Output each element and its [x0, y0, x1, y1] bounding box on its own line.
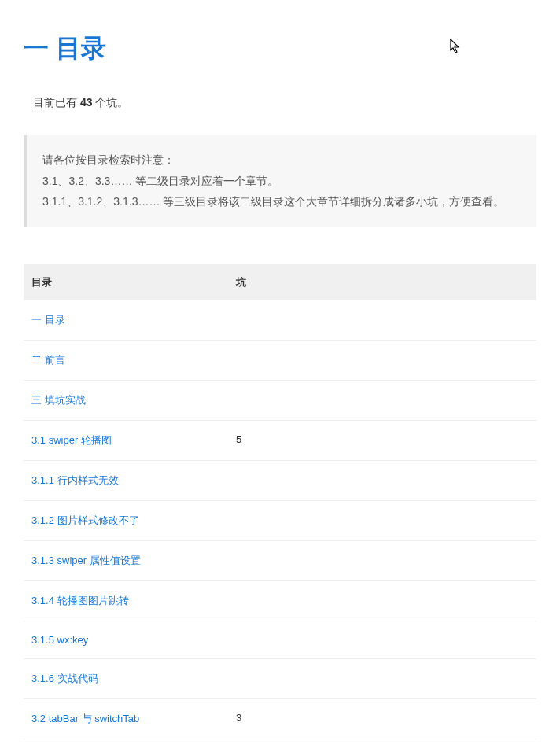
table-header-toc: 目录 [24, 264, 228, 300]
toc-link[interactable]: 3.2 tabBar 与 switchTab [31, 713, 139, 724]
toc-link[interactable]: 3.1.4 轮播图图片跳转 [31, 595, 129, 606]
table-header-count: 坑 [228, 264, 536, 300]
toc-link[interactable]: 3.1 swiper 轮播图 [31, 434, 112, 446]
toc-cell: 3.2 tabBar 与 switchTab [24, 698, 228, 739]
toc-cell: 3.1.1 行内样式无效 [24, 460, 228, 500]
table-row: 3.1.3 swiper 属性值设置 [24, 540, 536, 580]
count-cell [228, 658, 536, 698]
intro-count: 43 [80, 96, 93, 109]
count-cell [228, 380, 536, 420]
intro-prefix: 目前已有 [33, 96, 80, 109]
toc-cell: 3.1 swiper 轮播图 [24, 420, 228, 460]
notice-line-2: 3.1、3.2、3.3…… 等二级目录对应着一个章节。 [42, 171, 521, 192]
notice-box: 请各位按目录检索时注意： 3.1、3.2、3.3…… 等二级目录对应着一个章节。… [24, 135, 536, 227]
count-cell [228, 460, 536, 500]
table-row: 3.1 swiper 轮播图5 [24, 420, 536, 460]
table-row: 3.1.6 实战代码 [24, 658, 536, 698]
count-cell: 3 [228, 698, 536, 739]
toc-cell: 二 前言 [24, 340, 228, 380]
toc-cell: 一 目录 [24, 300, 228, 341]
intro-suffix: 个坑。 [92, 96, 128, 109]
count-cell [228, 340, 536, 380]
toc-link[interactable]: 二 前言 [31, 354, 65, 366]
intro-text: 目前已有 43 个坑。 [33, 96, 536, 110]
toc-link[interactable]: 3.1.6 实战代码 [31, 672, 98, 684]
toc-link[interactable]: 3.1.2 图片样式修改不了 [31, 514, 139, 526]
table-row: 3.1.4 轮播图图片跳转 [24, 580, 536, 621]
count-cell [228, 621, 536, 658]
toc-cell: 三 填坑实战 [24, 380, 228, 420]
table-row: 3.2 tabBar 与 switchTab3 [24, 698, 536, 739]
toc-cell: 3.1.3 swiper 属性值设置 [24, 540, 228, 580]
count-cell [228, 540, 536, 580]
count-cell: 5 [228, 420, 536, 460]
toc-cell: 3.1.6 实战代码 [24, 658, 228, 698]
toc-cell: 3.1.2 图片样式修改不了 [24, 500, 228, 540]
toc-table: 目录 坑 一 目录二 前言三 填坑实战3.1 swiper 轮播图53.1.1 … [24, 264, 536, 739]
table-row: 三 填坑实战 [24, 380, 536, 420]
count-cell [228, 500, 536, 540]
toc-link[interactable]: 一 目录 [31, 314, 65, 326]
toc-cell: 3.1.5 wx:key [24, 621, 228, 658]
toc-cell: 3.1.4 轮播图图片跳转 [24, 580, 228, 621]
table-row: 3.1.1 行内样式无效 [24, 460, 536, 500]
page-title: 一 目录 [24, 31, 536, 66]
table-header-row: 目录 坑 [24, 264, 536, 300]
count-cell [228, 300, 536, 341]
notice-line-1: 请各位按目录检索时注意： [42, 149, 521, 171]
notice-line-3: 3.1.1、3.1.2、3.1.3…… 等三级目录将该二级目录这个大章节详细拆分… [42, 191, 521, 212]
table-row: 二 前言 [24, 340, 536, 380]
toc-link[interactable]: 3.1.3 swiper 属性值设置 [31, 555, 141, 566]
toc-link[interactable]: 3.1.5 wx:key [31, 634, 88, 646]
toc-link[interactable]: 3.1.1 行内样式无效 [31, 474, 119, 486]
table-row: 3.1.2 图片样式修改不了 [24, 500, 536, 540]
table-row: 一 目录 [24, 300, 536, 341]
count-cell [228, 580, 536, 621]
table-row: 3.1.5 wx:key [24, 621, 536, 658]
toc-link[interactable]: 三 填坑实战 [31, 394, 86, 406]
